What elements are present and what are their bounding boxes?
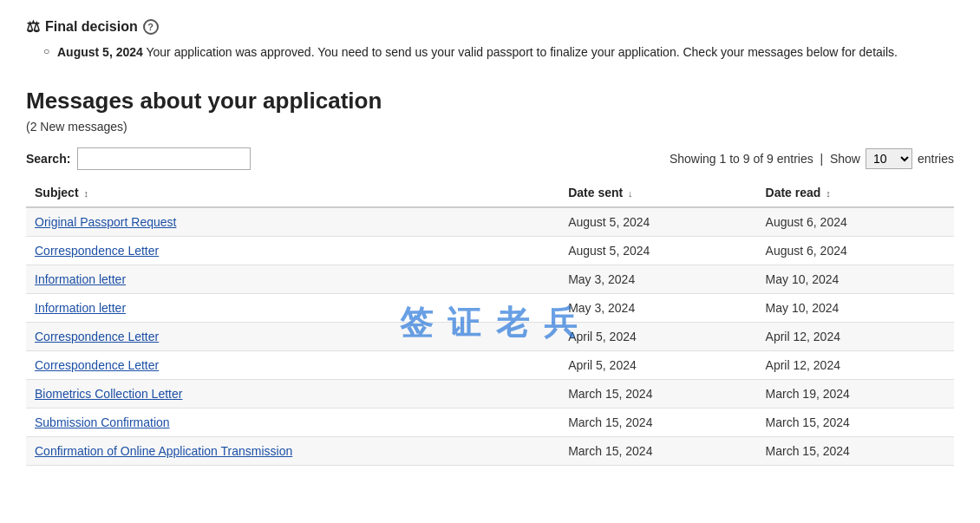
subject-cell: Submission Confirmation: [26, 409, 559, 437]
table-header-row: Subject ↕ Date sent ↓ Date read ↕: [26, 179, 954, 207]
table-row: Correspondence LetterAugust 5, 2024Augus…: [26, 237, 954, 265]
subject-cell: Biometrics Collection Letter: [26, 380, 559, 409]
final-decision-section: ⚖ Final decision ? August 5, 2024 Your a…: [26, 17, 954, 62]
table-row: Submission ConfirmationMarch 15, 2024Mar…: [26, 409, 954, 437]
subject-link[interactable]: Correspondence Letter: [35, 358, 159, 372]
date-sent-cell: April 5, 2024: [559, 323, 756, 351]
entries-label: entries: [918, 152, 954, 166]
date-sent-cell: March 15, 2024: [559, 380, 756, 409]
table-container: 签 证 老 兵 Subject ↕ Date sent ↓ Date read …: [26, 179, 954, 466]
message-date: August 5, 2024: [57, 45, 143, 59]
date-read-cell: March 15, 2024: [757, 437, 954, 466]
subject-link[interactable]: Original Passport Request: [35, 215, 176, 229]
date-sent-cell: May 3, 2024: [559, 265, 756, 294]
subject-link[interactable]: Information letter: [35, 301, 126, 315]
showing-text: Showing 1 to 9 of 9 entries: [670, 152, 813, 166]
entries-select[interactable]: 10 25 50 100: [866, 148, 912, 169]
date-read-cell: March 15, 2024: [757, 409, 954, 437]
table-row: Confirmation of Online Application Trans…: [26, 437, 954, 466]
col-date-read[interactable]: Date read ↕: [757, 179, 954, 207]
help-icon[interactable]: ?: [143, 19, 159, 35]
messages-section: Messages about your application (2 New m…: [26, 88, 954, 466]
messages-table: Subject ↕ Date sent ↓ Date read ↕ Origin…: [26, 179, 954, 466]
subject-cell: Correspondence Letter: [26, 351, 559, 380]
scale-icon: ⚖: [26, 17, 40, 36]
table-row: Correspondence LetterApril 5, 2024April …: [26, 323, 954, 351]
table-row: Biometrics Collection LetterMarch 15, 20…: [26, 380, 954, 409]
subject-link[interactable]: Submission Confirmation: [35, 415, 170, 429]
date-read-cell: April 12, 2024: [757, 323, 954, 351]
subject-link[interactable]: Confirmation of Online Application Trans…: [35, 444, 292, 458]
subject-cell: Information letter: [26, 265, 559, 294]
search-label: Search:: [26, 152, 70, 166]
date-sent-cell: March 15, 2024: [559, 437, 756, 466]
table-row: Correspondence LetterApril 5, 2024April …: [26, 351, 954, 380]
date-read-cell: March 19, 2024: [757, 380, 954, 409]
final-decision-label: Final decision: [45, 19, 138, 35]
date-read-sort-icon: ↕: [826, 188, 831, 199]
subject-link[interactable]: Information letter: [35, 272, 126, 286]
subject-cell: Information letter: [26, 294, 559, 323]
date-sent-cell: April 5, 2024: [559, 351, 756, 380]
date-sent-sort-icon: ↓: [628, 188, 633, 199]
date-sent-cell: August 5, 2024: [559, 207, 756, 237]
date-read-cell: April 12, 2024: [757, 351, 954, 380]
subject-cell: Confirmation of Online Application Trans…: [26, 437, 559, 466]
subject-link[interactable]: Correspondence Letter: [35, 330, 159, 343]
col-date-sent[interactable]: Date sent ↓: [559, 179, 756, 207]
table-row: Original Passport RequestAugust 5, 2024A…: [26, 207, 954, 237]
date-read-cell: August 6, 2024: [757, 207, 954, 237]
show-entries-group: Show 10 25 50 100 entries: [830, 148, 954, 169]
col-subject[interactable]: Subject ↕: [26, 179, 559, 207]
table-row: Information letterMay 3, 2024May 10, 202…: [26, 265, 954, 294]
showing-info: Showing 1 to 9 of 9 entries | Show 10 25…: [670, 148, 954, 169]
search-group: Search:: [26, 147, 251, 170]
table-controls: Search: Showing 1 to 9 of 9 entries | Sh…: [26, 147, 954, 170]
table-row: Information letterMay 3, 2024May 10, 202…: [26, 294, 954, 323]
final-decision-message: August 5, 2024 Your application was appr…: [43, 43, 954, 62]
date-read-cell: August 6, 2024: [757, 237, 954, 265]
subject-cell: Correspondence Letter: [26, 237, 559, 265]
message-text: Your application was approved. You need …: [146, 45, 897, 59]
subject-link[interactable]: Correspondence Letter: [35, 244, 159, 258]
messages-title: Messages about your application: [26, 88, 954, 114]
date-read-cell: May 10, 2024: [757, 294, 954, 323]
final-decision-content: August 5, 2024 Your application was appr…: [43, 43, 954, 62]
date-sent-cell: March 15, 2024: [559, 409, 756, 437]
final-decision-title: ⚖ Final decision ?: [26, 17, 954, 36]
date-read-cell: May 10, 2024: [757, 265, 954, 294]
subject-cell: Correspondence Letter: [26, 323, 559, 351]
messages-subtitle: (2 New messages): [26, 120, 954, 134]
date-sent-cell: May 3, 2024: [559, 294, 756, 323]
show-label: Show: [830, 152, 860, 166]
subject-link[interactable]: Biometrics Collection Letter: [35, 387, 182, 401]
date-sent-cell: August 5, 2024: [559, 237, 756, 265]
search-input[interactable]: [77, 147, 251, 170]
subject-cell: Original Passport Request: [26, 207, 559, 237]
subject-sort-icon: ↕: [83, 188, 88, 199]
